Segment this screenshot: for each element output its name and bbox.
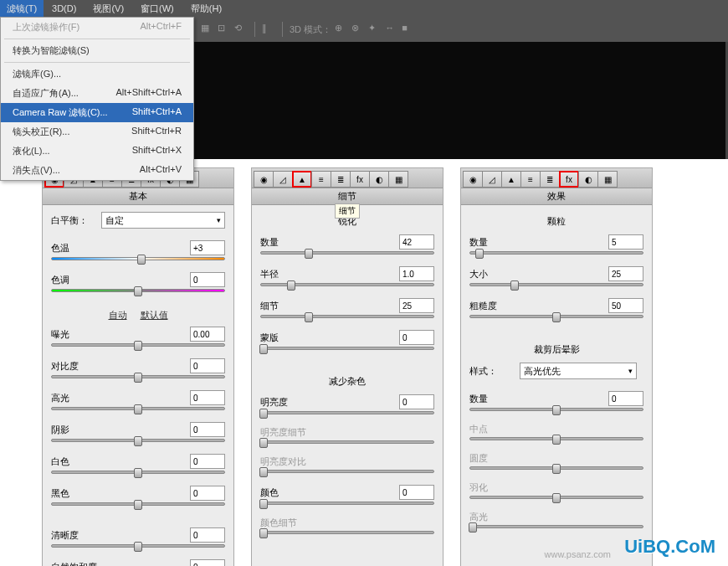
vibrance-value[interactable]: 0 xyxy=(190,559,225,566)
dd-adaptive-wide[interactable]: 自适应广角(A)...Alt+Shift+Ctrl+A xyxy=(1,84,193,103)
color-detail-slider xyxy=(260,531,434,539)
watermark: UiBQ.CoM xyxy=(624,536,715,558)
tab-split[interactable]: ≣ xyxy=(331,171,351,188)
dd-last-filter[interactable]: 上次滤镜操作(F)Alt+Ctrl+F xyxy=(1,18,193,37)
tab-split[interactable]: ≣ xyxy=(540,171,560,188)
tab-detail[interactable]: ▲ xyxy=(292,171,312,188)
tab-preset[interactable]: ▦ xyxy=(388,171,408,188)
tab-curve[interactable]: ◿ xyxy=(482,171,502,188)
tab-fx[interactable]: fx xyxy=(350,171,370,188)
dd-sep xyxy=(4,62,190,63)
exposure-slider[interactable] xyxy=(51,343,225,352)
tab-basic[interactable]: ◉ xyxy=(463,171,483,188)
shadow-value[interactable]: 0 xyxy=(190,422,225,437)
detail-slider[interactable] xyxy=(260,315,434,323)
grain-rough-slider[interactable] xyxy=(469,315,643,323)
tab-hsl[interactable]: ≡ xyxy=(520,171,541,188)
color-value[interactable]: 0 xyxy=(399,485,434,500)
dd-liquify[interactable]: 液化(L)...Shift+Ctrl+X xyxy=(1,142,193,161)
auto-link[interactable]: 自动 xyxy=(109,310,127,320)
mask-value[interactable]: 0 xyxy=(399,330,434,345)
menu-filter[interactable]: 滤镜(T) xyxy=(0,0,44,17)
tab-detail[interactable]: ▲ xyxy=(501,171,521,188)
tb-icon[interactable]: ⊗ xyxy=(351,23,365,36)
dd-lens-correction[interactable]: 镜头校正(R)...Shift+Ctrl+R xyxy=(1,122,193,142)
tab-basic[interactable]: ◉ xyxy=(254,171,274,188)
detail-value[interactable]: 25 xyxy=(399,298,434,313)
tab-preset[interactable]: ▦ xyxy=(597,171,618,188)
color-label: 颜色 xyxy=(260,486,310,499)
tab-fx[interactable]: fx xyxy=(559,171,579,188)
black-value[interactable]: 0 xyxy=(190,486,225,501)
menu-3d[interactable]: 3D(D) xyxy=(44,0,85,17)
grain-amount-slider[interactable] xyxy=(469,251,643,260)
menu-window[interactable]: 窗口(W) xyxy=(132,0,182,17)
tb-icon[interactable]: ▦ xyxy=(201,23,214,36)
tb-icon[interactable]: ⟲ xyxy=(234,23,248,36)
vig-amount-value[interactable]: 0 xyxy=(608,391,643,406)
luminance-slider[interactable] xyxy=(260,411,434,419)
tb-icon[interactable]: ✦ xyxy=(368,23,382,36)
tb-icon[interactable]: ‖ xyxy=(262,23,275,36)
tab-cal[interactable]: ◐ xyxy=(578,171,598,188)
white-value[interactable]: 0 xyxy=(190,454,225,469)
contrast-value[interactable]: 0 xyxy=(190,358,225,373)
tab-cal[interactable]: ◐ xyxy=(369,171,389,188)
amount-slider[interactable] xyxy=(260,251,434,260)
grain-rough-value[interactable]: 50 xyxy=(608,298,643,313)
grain-size-value[interactable]: 25 xyxy=(608,266,643,281)
tb-icon[interactable]: ⊡ xyxy=(218,23,231,36)
tint-value[interactable]: 0 xyxy=(190,272,225,287)
roundness-label: 圆度 xyxy=(469,452,520,465)
menu-view[interactable]: 视图(V) xyxy=(85,0,132,17)
panel-basic: ◉ ◿ ▲ ≡ ≣ fx ◐ ▦ 基本 白平衡： 自定▾ 色温+3 色调0 自动… xyxy=(42,167,234,566)
color-slider[interactable] xyxy=(260,502,434,510)
temp-value[interactable]: +3 xyxy=(190,240,225,255)
luminance-value[interactable]: 0 xyxy=(399,394,434,409)
white-slider[interactable] xyxy=(51,471,225,479)
highlight-label: 高光 xyxy=(469,511,520,523)
highlight-slider[interactable] xyxy=(51,407,225,415)
vig-amount-label: 数量 xyxy=(469,393,520,405)
grain-rough-label: 粗糙度 xyxy=(469,300,520,312)
clarity-value[interactable]: 0 xyxy=(190,527,225,543)
vibrance-label: 自然饱和度 xyxy=(51,561,101,567)
color-detail-label: 颜色细节 xyxy=(260,517,310,529)
shadow-slider[interactable] xyxy=(51,439,225,447)
clarity-slider[interactable] xyxy=(51,544,225,553)
dd-smart-filter[interactable]: 转换为智能滤镜(S) xyxy=(1,41,193,60)
url-watermark: www.psanz.com xyxy=(545,549,611,559)
radius-label: 半径 xyxy=(260,268,310,280)
exposure-value[interactable]: 0.00 xyxy=(190,327,225,342)
tint-slider[interactable] xyxy=(51,289,225,297)
highlight-value[interactable]: 0 xyxy=(190,390,225,405)
panel-title: 基本 xyxy=(43,188,233,205)
dd-camera-raw[interactable]: Camera Raw 滤镜(C)...Shift+Ctrl+A xyxy=(1,103,193,122)
radius-slider[interactable] xyxy=(260,283,434,291)
chevron-down-icon: ▾ xyxy=(217,216,221,224)
grain-size-slider[interactable] xyxy=(469,283,643,291)
tb-icon[interactable]: ■ xyxy=(402,23,415,36)
contrast-label: 对比度 xyxy=(51,360,101,373)
grain-amount-value[interactable]: 5 xyxy=(608,234,643,250)
amount-value[interactable]: 42 xyxy=(399,234,434,250)
wb-select[interactable]: 自定▾ xyxy=(101,212,225,229)
auto-default-links: 自动默认值 xyxy=(51,304,225,327)
dd-filter-gallery[interactable]: 滤镜库(G)... xyxy=(1,64,193,84)
vig-amount-slider[interactable] xyxy=(469,408,643,416)
default-link[interactable]: 默认值 xyxy=(141,310,168,320)
black-label: 黑色 xyxy=(51,487,101,500)
black-slider[interactable] xyxy=(51,502,225,511)
highlight-slider xyxy=(469,525,643,533)
tab-curve[interactable]: ◿ xyxy=(273,171,293,188)
menu-help[interactable]: 帮助(H) xyxy=(182,0,230,17)
contrast-slider[interactable] xyxy=(51,375,225,383)
tb-icon[interactable]: ↔ xyxy=(385,23,398,36)
radius-value[interactable]: 1.0 xyxy=(399,266,434,281)
tb-icon[interactable]: ⊕ xyxy=(335,23,348,36)
tab-hsl[interactable]: ≡ xyxy=(311,171,331,188)
dd-vanishing-point[interactable]: 消失点(V)...Alt+Ctrl+V xyxy=(1,161,193,180)
mask-slider[interactable] xyxy=(260,347,434,355)
style-select[interactable]: 高光优先▾ xyxy=(520,363,637,379)
temp-slider[interactable] xyxy=(51,257,225,265)
